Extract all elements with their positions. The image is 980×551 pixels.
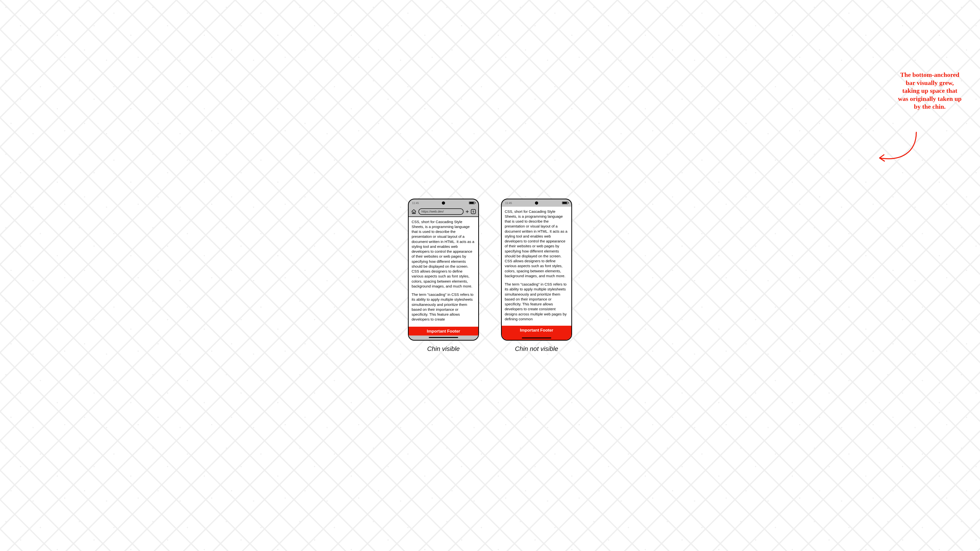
camera-dot-icon xyxy=(535,201,538,205)
new-tab-icon[interactable]: + xyxy=(466,209,469,214)
annotation-text: The bottom-anchored bar visually grew, t… xyxy=(897,71,963,111)
caption-left: Chin visible xyxy=(427,345,460,353)
home-indicator-icon xyxy=(429,337,458,338)
paragraph-2: The term "cascading" in CSS refers to it… xyxy=(505,282,568,322)
bottom-anchored-bar-grown[interactable]: Important Footer xyxy=(502,326,571,340)
paragraph-2: The term "cascading" in CSS refers to it… xyxy=(412,292,475,322)
status-time: 11:45 xyxy=(505,202,512,205)
browser-url-bar: https://web.dev/ + 5 xyxy=(409,207,478,216)
page-content: CSS, short for Cascading Style Sheets, i… xyxy=(409,217,478,327)
phone-frame-chin-visible: 11:45 https://web.dev/ + 5 xyxy=(408,198,479,341)
device-chin xyxy=(409,335,478,340)
status-bar: 11:45 xyxy=(502,199,571,207)
camera-dot-icon xyxy=(442,201,445,205)
home-indicator-icon xyxy=(522,337,551,338)
diagram-stage: 11:45 https://web.dev/ + 5 xyxy=(0,0,980,551)
battery-icon xyxy=(469,202,475,204)
phone-column-left: 11:45 https://web.dev/ + 5 xyxy=(408,198,479,353)
phone-column-right: 11:45 CSS, short for Cascading Style She… xyxy=(501,198,572,353)
tab-count-value: 5 xyxy=(473,210,474,213)
caption-right: Chin not visible xyxy=(515,345,558,353)
paragraph-1: CSS, short for Cascading Style Sheets, i… xyxy=(412,219,475,289)
footer-label: Important Footer xyxy=(427,329,460,334)
page-viewport: CSS, short for Cascading Style Sheets, i… xyxy=(409,216,478,335)
status-time: 11:45 xyxy=(412,202,419,205)
url-input[interactable]: https://web.dev/ xyxy=(418,208,463,215)
home-icon[interactable] xyxy=(411,209,417,214)
bottom-anchored-bar[interactable]: Important Footer xyxy=(409,327,478,335)
paragraph-1: CSS, short for Cascading Style Sheets, i… xyxy=(505,209,568,279)
tab-count-button[interactable]: 5 xyxy=(471,209,476,214)
battery-icon xyxy=(562,202,568,204)
status-bar: 11:45 xyxy=(409,199,478,207)
url-text: https://web.dev/ xyxy=(422,210,444,213)
footer-label: Important Footer xyxy=(520,328,553,333)
page-viewport: CSS, short for Cascading Style Sheets, i… xyxy=(502,207,571,340)
page-content: CSS, short for Cascading Style Sheets, i… xyxy=(502,207,571,326)
phone-frame-chin-hidden: 11:45 CSS, short for Cascading Style She… xyxy=(501,198,572,341)
